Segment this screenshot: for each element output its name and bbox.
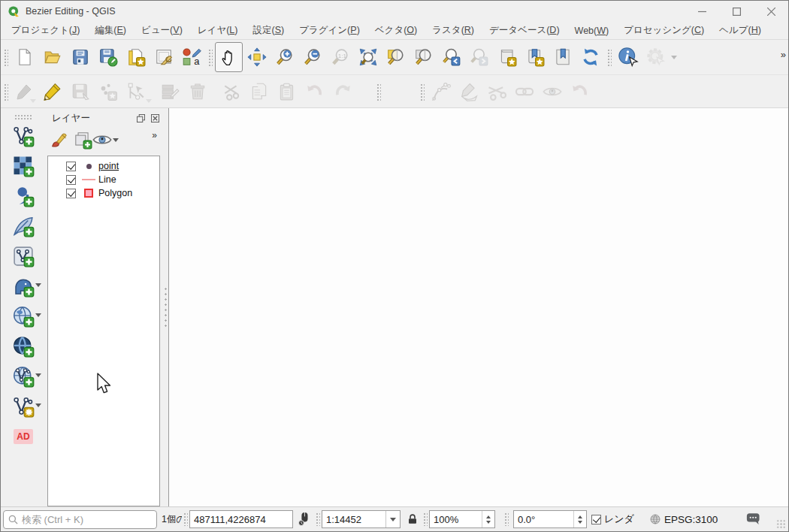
- add-wfs-layer-button[interactable]: [7, 361, 40, 391]
- magnifier-spin-buttons[interactable]: [482, 511, 494, 527]
- toggle-editing-button[interactable]: [38, 77, 66, 107]
- render-toggle[interactable]: レンダ: [591, 512, 634, 526]
- panel-splitter[interactable]: [162, 108, 168, 506]
- open-project-button[interactable]: [38, 42, 66, 72]
- lock-scale-icon[interactable]: [407, 513, 419, 526]
- layer-visibility-checkbox[interactable]: [66, 175, 76, 185]
- menu-project[interactable]: プロジェクト(J): [4, 21, 87, 40]
- scale-dropdown[interactable]: [385, 511, 400, 527]
- render-checkbox[interactable]: [591, 515, 601, 524]
- layer-visibility-checkbox[interactable]: [66, 189, 76, 198]
- close-button[interactable]: [754, 1, 788, 22]
- zoom-full-button[interactable]: [354, 42, 382, 72]
- minimize-button[interactable]: [685, 1, 719, 22]
- new-shapefile-dropdown[interactable]: [35, 404, 41, 407]
- pan-map-button[interactable]: [215, 42, 243, 72]
- postgis-dropdown[interactable]: [35, 283, 41, 287]
- wfs-globe-icon: [12, 365, 35, 388]
- menu-view[interactable]: ビュー(V): [134, 21, 190, 40]
- layer-name[interactable]: Polygon: [98, 188, 132, 198]
- toolbar-grip[interactable]: [376, 83, 381, 101]
- rotation-input[interactable]: [514, 514, 573, 525]
- manage-map-themes-button[interactable]: [94, 128, 116, 151]
- toolbar-grip[interactable]: [419, 83, 425, 101]
- layer-name[interactable]: Line: [98, 174, 116, 185]
- layer-row-polygon[interactable]: Polygon: [66, 186, 159, 200]
- scale-input[interactable]: [322, 514, 385, 525]
- toolbar-grip[interactable]: [207, 48, 213, 66]
- zoom-to-selection-button[interactable]: [382, 42, 410, 72]
- panel-float-button[interactable]: [135, 113, 147, 123]
- save-project-as-button[interactable]: [94, 42, 122, 72]
- zoom-in-button[interactable]: [271, 42, 298, 72]
- add-delimited-text-layer-button[interactable]: [7, 181, 40, 211]
- add-wms-layer-button[interactable]: [7, 301, 40, 331]
- bookmark-manager-button[interactable]: [549, 42, 576, 72]
- menu-raster[interactable]: ラスタ(R): [425, 21, 482, 40]
- menu-plugins[interactable]: プラグイン(P): [292, 21, 367, 40]
- layer-name[interactable]: point: [98, 161, 119, 171]
- panel-close-button[interactable]: [149, 113, 161, 123]
- extent-toggle-icon[interactable]: [298, 512, 311, 527]
- messages-button[interactable]: [746, 512, 762, 526]
- coordinate-box[interactable]: [189, 510, 293, 528]
- identify-features-button[interactable]: [614, 42, 642, 72]
- add-virtual-layer-button[interactable]: [7, 241, 40, 271]
- menu-layer[interactable]: レイヤ(L): [190, 21, 246, 40]
- resize-grip[interactable]: [776, 519, 786, 529]
- layer-row-line[interactable]: Line: [66, 173, 159, 186]
- pan-to-selection-button[interactable]: [243, 42, 271, 72]
- zoom-out-button[interactable]: [298, 42, 326, 72]
- toolbar-grip[interactable]: [3, 48, 8, 66]
- menu-vector[interactable]: ベクタ(O): [367, 21, 425, 40]
- new-shapefile-layer-button[interactable]: [7, 391, 40, 422]
- crs-status-button[interactable]: EPSG:3100: [649, 513, 718, 525]
- refresh-map-button[interactable]: [576, 42, 604, 72]
- add-group-button[interactable]: [71, 128, 94, 151]
- style-manager-button[interactable]: a: [177, 42, 205, 72]
- coordinate-input[interactable]: [190, 514, 292, 525]
- menu-edit[interactable]: 編集(E): [87, 21, 134, 40]
- add-arcgis-rest-layer-button[interactable]: AD: [7, 422, 40, 452]
- menu-web[interactable]: Web(W): [567, 23, 617, 39]
- map-themes-dropdown[interactable]: [113, 138, 119, 142]
- zoom-last-button[interactable]: [437, 42, 465, 72]
- add-raster-layer-button[interactable]: [7, 151, 40, 181]
- panel-toolbar-overflow[interactable]: »: [149, 130, 159, 141]
- wfs-dropdown[interactable]: [35, 373, 41, 377]
- menu-settings[interactable]: 設定(S): [245, 21, 292, 40]
- add-spatialite-layer-button[interactable]: [7, 211, 40, 241]
- toolbar-grip[interactable]: [14, 114, 32, 119]
- toolbar-grip[interactable]: [606, 48, 612, 66]
- menu-database[interactable]: データベース(D): [482, 21, 567, 40]
- layer-visibility-checkbox[interactable]: [66, 162, 76, 171]
- feature-action-dropdown[interactable]: [671, 56, 677, 59]
- open-layer-styling-button[interactable]: [49, 128, 71, 151]
- new-print-layout-button[interactable]: [122, 42, 150, 72]
- magnifier-spinbox[interactable]: [429, 510, 495, 528]
- rotation-spin-buttons[interactable]: [573, 511, 586, 527]
- add-wcs-layer-button[interactable]: [7, 331, 40, 361]
- wms-dropdown[interactable]: [35, 313, 41, 317]
- layer-row-point[interactable]: point: [66, 159, 159, 173]
- new-spatial-bookmark-button[interactable]: [493, 42, 521, 72]
- locator-search[interactable]: [3, 510, 157, 529]
- toolbar-grip[interactable]: [3, 83, 8, 101]
- scale-combobox[interactable]: [322, 510, 401, 528]
- show-spatial-bookmarks-button[interactable]: [521, 42, 549, 72]
- add-vector-layer-button[interactable]: [7, 121, 40, 151]
- save-project-button[interactable]: [66, 42, 94, 72]
- magnifier-input[interactable]: [430, 514, 482, 525]
- menu-help[interactable]: ヘルプ(H): [712, 21, 769, 40]
- map-canvas[interactable]: [168, 108, 788, 506]
- add-postgis-layer-button[interactable]: [7, 271, 40, 301]
- menu-processing[interactable]: プロセッシング(C): [616, 21, 712, 40]
- rotation-spinbox[interactable]: [513, 510, 587, 528]
- zoom-to-layer-button[interactable]: [410, 42, 437, 72]
- toolbar-overflow-button[interactable]: »: [778, 49, 788, 60]
- new-project-button[interactable]: [11, 42, 38, 72]
- search-input[interactable]: [22, 514, 152, 525]
- maximize-button[interactable]: [719, 1, 754, 22]
- delimited-text-icon: [12, 185, 35, 207]
- layout-manager-button[interactable]: [150, 42, 177, 72]
